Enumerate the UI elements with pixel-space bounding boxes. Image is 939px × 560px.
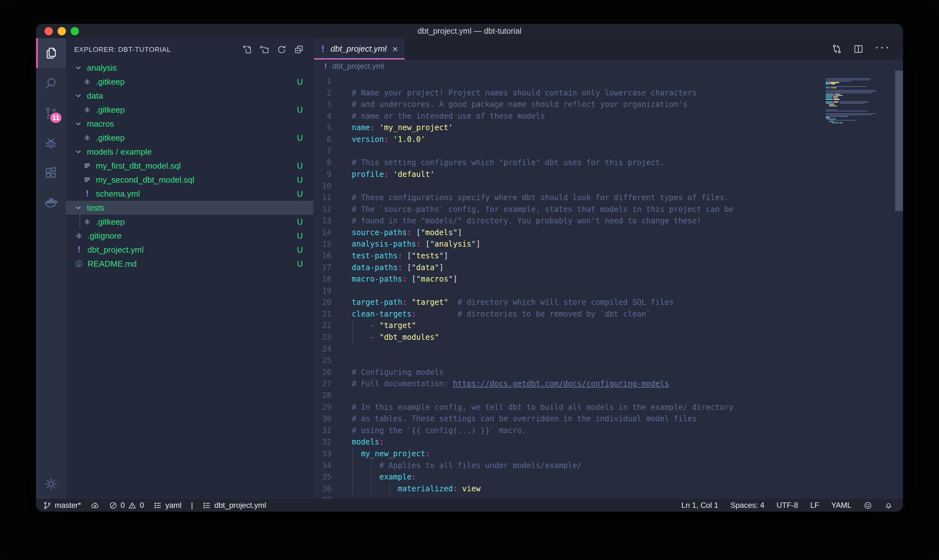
- tree-file-dbt-project-yml[interactable]: !dbt_project.ymlU: [66, 243, 314, 257]
- status-task-file[interactable]: dbt_project.yml: [202, 501, 266, 510]
- minimap[interactable]: [826, 77, 881, 125]
- tree-file--gitkeep[interactable]: .gitkeepU: [66, 103, 314, 117]
- status-label: |: [191, 501, 193, 510]
- yaml-warning-icon: !: [82, 189, 92, 198]
- status-label: yaml: [165, 501, 182, 510]
- tree-item-label: .gitkeep: [96, 77, 294, 87]
- refresh-button[interactable]: [277, 45, 287, 55]
- status-encoding[interactable]: UTF-8: [776, 501, 798, 510]
- window-title: dbt_project.yml — dbt-tutorial: [418, 26, 522, 35]
- activity-item-run-debug[interactable]: [36, 128, 66, 158]
- tab-dbt-project-yml[interactable]: ! dbt_project.yml ×: [314, 38, 405, 60]
- status-problems[interactable]: 00: [109, 501, 144, 510]
- code-line-2: 2# Name your project! Project names shou…: [314, 87, 903, 99]
- tab-bar: ! dbt_project.yml × ···: [314, 38, 903, 60]
- tree-folder-models-example[interactable]: models / example: [66, 145, 314, 159]
- scm-changes-badge: 11: [49, 111, 63, 124]
- tree-file--gitkeep[interactable]: .gitkeepU: [66, 131, 314, 145]
- tree-folder-data[interactable]: data: [66, 89, 314, 103]
- line-number: 32: [314, 436, 331, 448]
- activity-item-docker[interactable]: [36, 188, 66, 218]
- git-icon: [82, 134, 92, 142]
- tree-folder-tests[interactable]: tests: [66, 201, 314, 215]
- tree-file--gitkeep[interactable]: .gitkeepU: [66, 215, 314, 229]
- code-line-28: 28: [314, 390, 903, 402]
- workbench: 11 EXPLORER: DBT-TUTORIAL analysis.gitke…: [36, 38, 903, 499]
- chevron-down-icon: [74, 92, 82, 100]
- code-line-36: 36 materialized: view: [314, 483, 903, 495]
- line-number: 21: [314, 308, 331, 320]
- new-folder-button[interactable]: [259, 45, 269, 55]
- line-number: 7: [314, 145, 331, 157]
- activity-item-settings[interactable]: [36, 469, 66, 499]
- tree-file-schema-yml[interactable]: !schema.ymlU: [66, 187, 314, 201]
- status-feedback[interactable]: [864, 501, 872, 510]
- tree-file--gitkeep[interactable]: .gitkeepU: [66, 75, 314, 89]
- tree-item-label: README.md: [88, 259, 294, 269]
- tab-label: dbt_project.yml: [330, 44, 389, 54]
- status-eol[interactable]: LF: [810, 501, 819, 510]
- tree-file--gitignore[interactable]: .gitignoreU: [66, 229, 314, 243]
- code-line-21: 21clean-targets: # directories to be rem…: [314, 308, 903, 320]
- tree-item-label: .gitkeep: [96, 105, 294, 115]
- tree-item-label: data: [87, 91, 294, 101]
- status-notifications[interactable]: [884, 501, 893, 510]
- yaml-warning-icon: !: [323, 62, 328, 70]
- git-untracked-badge: U: [294, 231, 305, 240]
- code-line-12: 12# The `source-paths` config, for examp…: [314, 204, 903, 215]
- close-tab-icon[interactable]: ×: [392, 44, 398, 54]
- desktop: { "window": { "title": "dbt_project.yml …: [0, 0, 939, 560]
- line-number: 6: [314, 134, 331, 145]
- status-branch-indicator[interactable]: master*: [43, 501, 81, 510]
- git-untracked-badge: U: [294, 133, 305, 143]
- code-line-18: 18macro-paths: ["macros"]: [314, 273, 903, 285]
- status-label: 0: [140, 501, 144, 510]
- tree-item-label: my_second_dbt_model.sql: [96, 175, 294, 185]
- activity-item-extensions[interactable]: [36, 158, 66, 188]
- tree-folder-macros[interactable]: macros: [66, 117, 314, 131]
- line-number: 10: [314, 180, 331, 192]
- code-editor[interactable]: 12# Name your project! Project names sho…: [314, 72, 903, 499]
- code-line-14: 14source-paths: ["models"]: [314, 227, 903, 238]
- code-line-37: 37: [314, 494, 903, 499]
- tree-file-my-first-dbt-model-sql[interactable]: my_first_dbt_model.sqlU: [66, 159, 314, 173]
- line-number: 25: [314, 355, 331, 366]
- list-icon: [202, 501, 211, 510]
- tree-folder-analysis[interactable]: analysis: [66, 61, 314, 75]
- status-publish-changes[interactable]: [91, 501, 99, 510]
- status-cursor-position[interactable]: Ln 1, Col 1: [682, 501, 719, 510]
- tree-item-label: .gitkeep: [96, 217, 294, 227]
- line-number: 12: [314, 204, 331, 215]
- status-indentation[interactable]: Spaces: 4: [731, 501, 765, 510]
- more-actions-button[interactable]: ···: [875, 47, 890, 51]
- status-task-yaml[interactable]: yaml: [154, 501, 182, 510]
- split-editor-button[interactable]: [853, 44, 864, 54]
- debug-icon: [44, 136, 58, 150]
- maximize-window-button[interactable]: [71, 27, 79, 35]
- activity-item-search[interactable]: [36, 68, 66, 98]
- code-line-33: 33 my_new_project:: [314, 448, 903, 460]
- line-number: 29: [314, 402, 331, 413]
- code-line-19: 19: [314, 285, 903, 297]
- close-window-button[interactable]: [45, 27, 53, 35]
- git-icon: [82, 106, 92, 114]
- explorer-header: EXPLORER: DBT-TUTORIAL: [66, 38, 314, 61]
- editor-scrollbar[interactable]: [895, 71, 903, 211]
- status-language-mode[interactable]: YAML: [831, 501, 851, 510]
- chevron-down-icon: [74, 120, 82, 128]
- minimize-window-button[interactable]: [58, 27, 66, 35]
- tree-file-my-second-dbt-model-sql[interactable]: my_second_dbt_model.sqlU: [66, 173, 314, 187]
- activity-item-explorer[interactable]: [36, 38, 66, 68]
- tree-file-readme-md[interactable]: README.mdU: [66, 257, 314, 271]
- files-icon: [44, 46, 58, 60]
- code-line-24: 24: [314, 343, 903, 355]
- open-changes-button[interactable]: [831, 44, 842, 54]
- new-file-button[interactable]: [242, 45, 252, 55]
- collapse-all-button[interactable]: [294, 45, 304, 55]
- breadcrumb[interactable]: ! dbt_project.yml: [314, 60, 903, 72]
- error-icon: [109, 501, 117, 510]
- activity-item-source-control[interactable]: 11: [36, 98, 66, 128]
- git-untracked-badge: U: [294, 161, 305, 171]
- line-number: 17: [314, 262, 331, 274]
- git-icon: [82, 218, 92, 226]
